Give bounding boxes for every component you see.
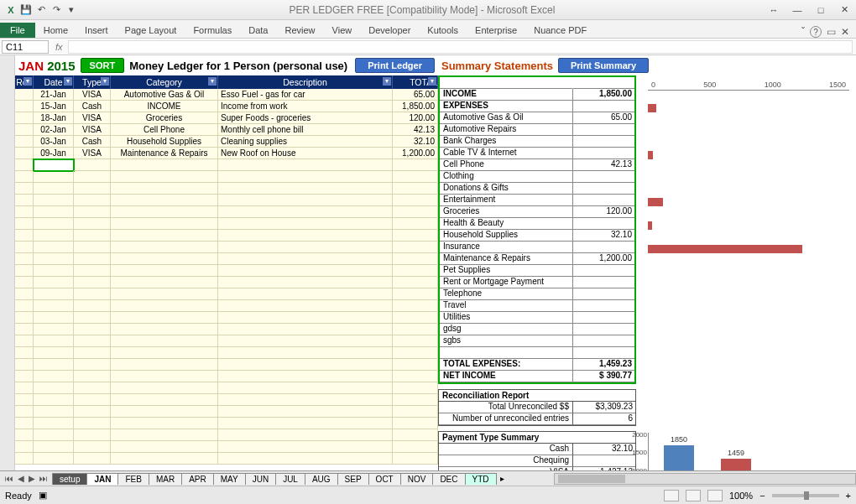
cell-category[interactable] [111, 429, 218, 441]
cell-type[interactable] [74, 265, 111, 277]
cell-rec[interactable] [15, 335, 34, 347]
cell-description[interactable] [218, 230, 393, 242]
cell-category[interactable] [111, 288, 218, 300]
cell-date[interactable] [34, 312, 74, 324]
cell-total[interactable] [393, 288, 438, 300]
cell-category[interactable]: Cell Phone [111, 124, 218, 136]
sheet-tab[interactable]: MAY [213, 473, 246, 485]
cell-date[interactable] [34, 429, 74, 441]
cell-description[interactable] [218, 406, 393, 418]
ledger-row[interactable] [15, 382, 438, 394]
cell-rec[interactable] [15, 183, 34, 195]
help-icon[interactable]: ? [810, 26, 822, 38]
cell-rec[interactable] [15, 453, 34, 465]
macro-record-icon[interactable]: ▣ [39, 490, 47, 501]
qat-dropdown-icon[interactable]: ▾ [65, 4, 77, 16]
cell-rec[interactable] [15, 312, 34, 324]
cell-description[interactable] [218, 418, 393, 429]
sheet-tab[interactable]: YTD [465, 473, 497, 485]
view-layout-button[interactable] [686, 490, 701, 501]
cell-category[interactable] [111, 253, 218, 265]
cell-description[interactable] [218, 288, 393, 300]
name-box[interactable] [2, 40, 49, 54]
cell-category[interactable] [111, 183, 218, 195]
view-normal-button[interactable] [664, 490, 679, 501]
cell-rec[interactable] [15, 394, 34, 406]
print-summary-button[interactable]: Print Summary [558, 58, 649, 73]
ribbon-tab[interactable]: Insert [76, 23, 117, 38]
cell-date[interactable] [34, 359, 74, 371]
cell-type[interactable] [74, 171, 111, 183]
cell-description[interactable] [218, 359, 393, 371]
cell-description[interactable] [218, 335, 393, 347]
ledger-row[interactable] [15, 359, 438, 371]
cell-type[interactable] [74, 394, 111, 406]
cell-type[interactable] [74, 312, 111, 324]
cell-type[interactable] [74, 441, 111, 453]
cell-description[interactable] [218, 183, 393, 195]
cell-description[interactable] [218, 441, 393, 453]
cell-date[interactable] [34, 382, 74, 394]
cell-category[interactable] [111, 195, 218, 206]
ribbon-tab[interactable]: Page Layout [117, 23, 185, 38]
cell-total[interactable] [393, 206, 438, 218]
tab-first-icon[interactable]: ⏮ [3, 474, 15, 483]
ledger-row[interactable] [15, 288, 438, 300]
cell-date[interactable] [34, 288, 74, 300]
cell-total[interactable] [393, 324, 438, 335]
cell-description[interactable]: Monthly cell phone bill [218, 124, 393, 136]
cell-description[interactable]: Cleaning supplies [218, 136, 393, 148]
ledger-row[interactable] [15, 171, 438, 183]
ledger-row[interactable]: 15-JanCashINCOMEIncome from work1,850.00 [15, 101, 438, 112]
cell-category[interactable] [111, 324, 218, 335]
cell-type[interactable]: Cash [74, 136, 111, 148]
sheet-tab[interactable]: DEC [432, 473, 465, 485]
ledger-row[interactable]: 09-JanVISAMaintenance & RepairsNew Roof … [15, 148, 438, 159]
cell-description[interactable] [218, 218, 393, 230]
cell-date[interactable] [34, 206, 74, 218]
cell-category[interactable] [111, 406, 218, 418]
sheet-tab[interactable]: setup [52, 473, 87, 485]
cell-date[interactable] [34, 277, 74, 288]
cell-type[interactable] [74, 347, 111, 359]
cell-total[interactable] [393, 359, 438, 371]
ribbon-tab[interactable]: Developer [360, 23, 419, 38]
cell-type[interactable]: VISA [74, 148, 111, 159]
undo-icon[interactable]: ↶ [35, 4, 47, 16]
cell-total[interactable] [393, 418, 438, 429]
ribbon-tab[interactable]: View [324, 23, 361, 38]
cell-date[interactable] [34, 371, 74, 382]
ribbon-tab[interactable]: Enterprise [467, 23, 525, 38]
ledger-row[interactable]: 02-JanVISACell PhoneMonthly cell phone b… [15, 124, 438, 136]
cell-description[interactable] [218, 195, 393, 206]
ledger-row[interactable] [15, 394, 438, 406]
sheet-tab[interactable]: MAR [149, 473, 182, 485]
cell-category[interactable] [111, 218, 218, 230]
sort-button[interactable]: SORT [81, 58, 125, 73]
filter-icon[interactable]: ▾ [428, 77, 436, 86]
cell-total[interactable] [393, 441, 438, 453]
tab-prev-icon[interactable]: ◀ [16, 474, 26, 483]
maximize-button[interactable]: □ [809, 3, 833, 18]
cell-description[interactable] [218, 324, 393, 335]
cell-total[interactable] [393, 171, 438, 183]
sheet-tab[interactable]: SEP [337, 473, 369, 485]
cell-category[interactable] [111, 371, 218, 382]
zoom-slider[interactable] [772, 494, 839, 497]
cell-total[interactable] [393, 159, 438, 171]
cell-type[interactable] [74, 371, 111, 382]
tab-scroll-icon[interactable]: ▸ [497, 474, 508, 483]
cell-date[interactable]: 02-Jan [34, 124, 74, 136]
cell-type[interactable] [74, 288, 111, 300]
cell-date[interactable] [34, 230, 74, 242]
cell-category[interactable] [111, 265, 218, 277]
cell-total[interactable] [393, 382, 438, 394]
cell-rec[interactable] [15, 159, 34, 171]
window-restore-icon[interactable]: ▭ [827, 26, 836, 38]
cell-total[interactable]: 1,200.00 [393, 148, 438, 159]
cell-total[interactable]: 65.00 [393, 89, 438, 101]
ledger-row[interactable] [15, 218, 438, 230]
cell-type[interactable] [74, 300, 111, 312]
sheet-tab[interactable]: FEB [117, 473, 149, 485]
cell-category[interactable] [111, 312, 218, 324]
